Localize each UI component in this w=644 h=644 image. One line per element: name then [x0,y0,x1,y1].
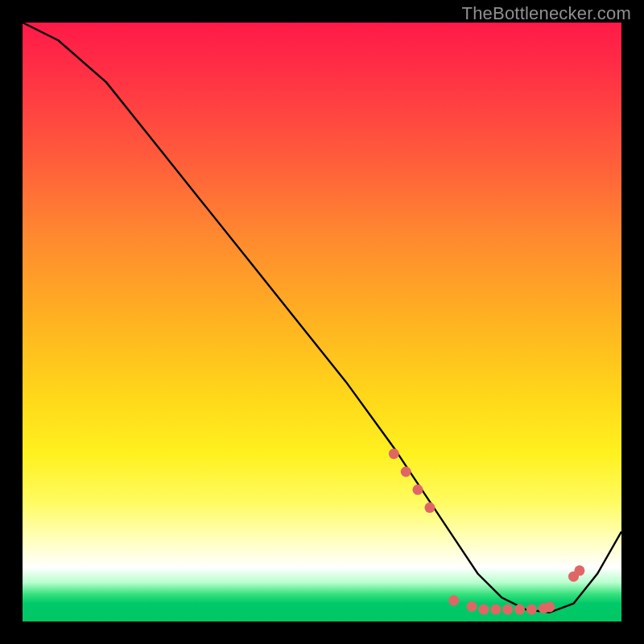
marker-dot [467,601,477,612]
marker-dot [526,605,537,615]
marker-dot [490,605,501,615]
attribution-text: TheBottlenecker.com [462,3,631,24]
plot-area [23,23,621,621]
bottleneck-curve [23,23,621,613]
marker-dot [514,605,525,615]
marker-dot [389,448,399,459]
marker-dot [401,467,411,477]
marker-dot [478,605,489,615]
marker-dot [544,602,555,613]
highlight-markers [389,448,585,614]
chart-container: TheBottlenecker.com [0,0,644,644]
marker-dot [502,605,513,615]
marker-dot [448,596,459,606]
marker-dot [574,565,584,576]
marker-dot [424,502,435,513]
marker-dot [413,485,423,495]
curve-layer [23,23,621,621]
